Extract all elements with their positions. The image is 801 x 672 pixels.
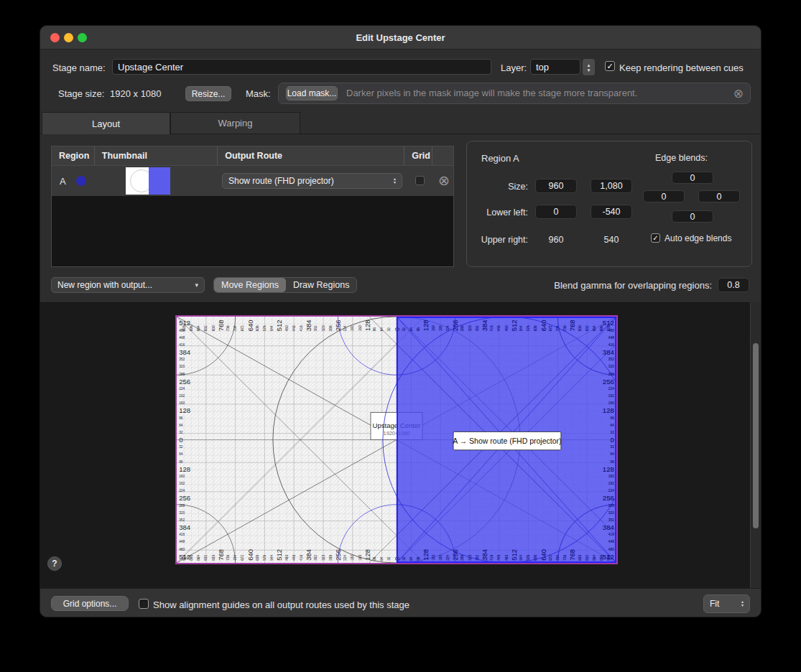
svg-text:448: 448: [497, 555, 501, 561]
svg-text:736: 736: [226, 325, 230, 331]
svg-text:288: 288: [179, 504, 185, 508]
svg-text:480: 480: [505, 325, 509, 331]
canvas-scrollbar[interactable]: [750, 302, 761, 588]
svg-text:32: 32: [402, 556, 406, 561]
svg-text:416: 416: [300, 325, 303, 331]
mask-placeholder: Darker pixels in the mask image will mak…: [346, 88, 637, 98]
title-bar[interactable]: Edit Upstage Center: [40, 26, 761, 50]
svg-text:512: 512: [603, 319, 614, 327]
svg-text:128: 128: [364, 319, 371, 331]
svg-text:480: 480: [608, 548, 614, 551]
zoom-window-button[interactable]: [78, 33, 87, 42]
svg-text:192: 192: [439, 325, 443, 331]
lower-left-x-field[interactable]: 0: [535, 205, 577, 219]
svg-text:320: 320: [608, 365, 614, 368]
stage-name-label: Stage name:: [52, 62, 106, 73]
thumbnail-region-area: [149, 167, 170, 195]
minimize-window-button[interactable]: [64, 33, 73, 42]
clear-mask-icon[interactable]: ⊗: [733, 88, 744, 100]
svg-text:160: 160: [358, 325, 362, 331]
stepper-up-icon: ▴: [588, 62, 591, 67]
svg-text:448: 448: [179, 540, 185, 543]
svg-text:384: 384: [305, 549, 312, 561]
svg-text:384: 384: [603, 523, 615, 531]
svg-text:320: 320: [468, 325, 472, 331]
svg-text:672: 672: [549, 555, 552, 561]
lower-left-y-field[interactable]: -540: [591, 205, 632, 219]
svg-text:864: 864: [197, 325, 200, 331]
alignment-guides-checkbox[interactable]: [139, 599, 149, 609]
svg-text:256: 256: [451, 549, 459, 561]
svg-text:320: 320: [179, 511, 185, 515]
stage-canvas[interactable]: 0032323232646464649696969612812812812816…: [175, 315, 618, 564]
layer-input[interactable]: top: [530, 59, 580, 75]
svg-text:128: 128: [179, 465, 190, 473]
svg-text:384: 384: [603, 348, 615, 356]
auto-edge-blends-checkbox[interactable]: ✓: [651, 233, 660, 243]
keep-rendering-checkbox[interactable]: ✓: [605, 61, 615, 71]
resize-button[interactable]: Resize...: [185, 86, 231, 101]
region-mode-segmented-control: Move Regions Draw Regions: [213, 277, 357, 293]
edge-blend-top-field[interactable]: 0: [672, 172, 713, 184]
table-row[interactable]: A Show route (FHD projector) ▴▾ ⊗: [52, 166, 453, 196]
edge-blend-right-field[interactable]: 0: [698, 190, 740, 202]
svg-text:384: 384: [305, 319, 312, 332]
new-region-dropdown[interactable]: New region with output... ▾: [51, 277, 205, 293]
tab-warping[interactable]: Warping: [170, 112, 300, 134]
tab-bar: Layout Warping: [40, 112, 761, 134]
draw-regions-button[interactable]: Draw Regions: [286, 278, 357, 292]
svg-text:864: 864: [593, 325, 596, 331]
delete-region-icon[interactable]: ⊗: [438, 174, 450, 187]
svg-text:800: 800: [212, 325, 216, 331]
svg-text:96: 96: [417, 556, 420, 561]
svg-text:352: 352: [476, 555, 479, 561]
load-mask-button[interactable]: Load mask...: [286, 86, 338, 101]
svg-text:320: 320: [608, 511, 614, 515]
column-header-thumbnail: Thumbnail: [95, 146, 218, 165]
grid-options-button[interactable]: Grid options...: [51, 596, 129, 611]
layer-label: Layer:: [501, 62, 527, 73]
svg-text:192: 192: [608, 394, 614, 398]
svg-text:32: 32: [179, 445, 183, 449]
svg-text:224: 224: [179, 387, 185, 391]
blend-gamma-field[interactable]: 0.8: [718, 278, 749, 292]
edge-blend-bottom-field[interactable]: 0: [672, 210, 713, 223]
svg-text:160: 160: [358, 555, 362, 561]
edge-blend-left-field[interactable]: 0: [643, 190, 685, 202]
lower-left-label: Lower left:: [467, 207, 528, 218]
column-header-region: Region: [52, 146, 95, 165]
close-window-button[interactable]: [50, 33, 60, 42]
stage-name-input[interactable]: Upstage Center: [112, 59, 491, 75]
svg-text:704: 704: [556, 555, 560, 561]
svg-text:160: 160: [608, 401, 614, 405]
help-button[interactable]: ?: [47, 556, 62, 571]
scrollbar-thumb[interactable]: [753, 343, 759, 528]
svg-text:224: 224: [446, 325, 450, 331]
thumbnail-stage-area: [126, 167, 149, 195]
move-regions-button[interactable]: Move Regions: [214, 278, 286, 292]
svg-text:864: 864: [593, 555, 596, 561]
size-height-field[interactable]: 1,080: [591, 179, 632, 193]
mask-label: Mask:: [246, 88, 271, 99]
svg-text:0: 0: [610, 436, 614, 444]
region-color-dot[interactable]: [76, 176, 86, 186]
svg-text:832: 832: [585, 325, 589, 331]
svg-text:96: 96: [179, 460, 183, 464]
layer-stepper[interactable]: ▴ ▾: [583, 59, 595, 75]
grid-checkbox[interactable]: [415, 176, 425, 185]
fit-zoom-popup[interactable]: Fit ▴▾: [703, 594, 750, 613]
svg-text:224: 224: [608, 489, 614, 493]
region-table: Region Thumbnail Output Route Grid A Sho…: [51, 146, 454, 267]
output-route-popup[interactable]: Show route (FHD projector) ▴▾: [222, 173, 402, 189]
size-label: Size:: [467, 182, 528, 192]
svg-text:32: 32: [179, 431, 183, 434]
size-width-field[interactable]: 960: [535, 179, 577, 193]
svg-text:896: 896: [190, 555, 193, 561]
fit-stepper-icon: ▴▾: [737, 600, 744, 607]
column-header-grid: Grid: [404, 146, 432, 165]
edge-blends-label: Edge blends:: [655, 153, 708, 163]
svg-text:288: 288: [329, 325, 333, 331]
svg-text:768: 768: [568, 549, 576, 561]
tab-layout[interactable]: Layout: [42, 112, 170, 134]
svg-text:160: 160: [432, 555, 435, 561]
